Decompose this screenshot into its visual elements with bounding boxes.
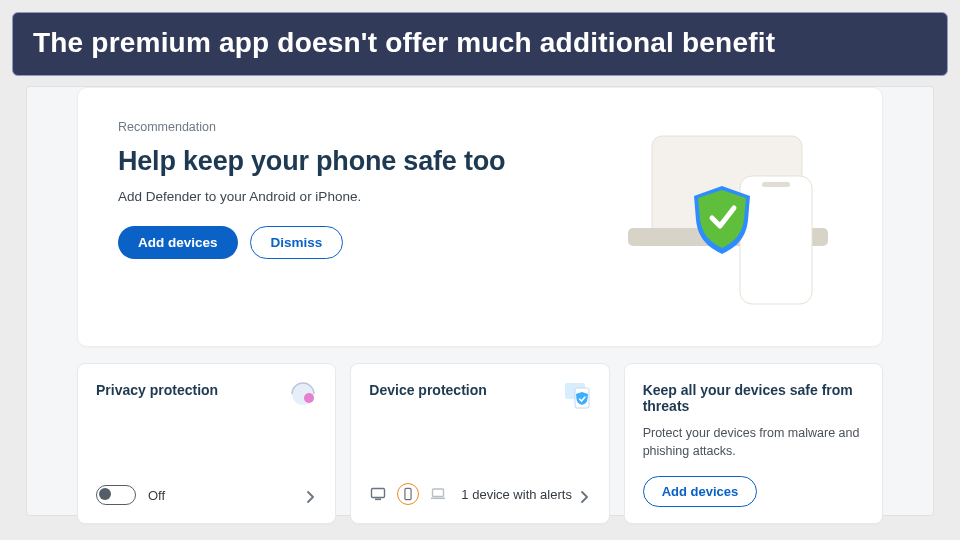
svg-rect-9 bbox=[375, 499, 381, 501]
device-shield-icon bbox=[561, 378, 593, 410]
recommendation-card: Recommendation Help keep your phone safe… bbox=[77, 87, 883, 347]
chevron-right-icon[interactable] bbox=[301, 487, 321, 507]
privacy-toggle[interactable] bbox=[96, 485, 136, 505]
device-tile-title: Device protection bbox=[369, 382, 590, 398]
svg-rect-2 bbox=[740, 176, 812, 304]
tiles-row: Privacy protection Off Device protectio bbox=[77, 363, 883, 524]
device-status-text: 1 device with alerts bbox=[461, 487, 572, 502]
privacy-toggle-label: Off bbox=[148, 488, 165, 503]
add-devices-button[interactable]: Add devices bbox=[118, 226, 238, 259]
device-protection-tile[interactable]: Device protection 1 de bbox=[350, 363, 609, 524]
add-devices-promo-tile: Keep all your devices safe from threats … bbox=[624, 363, 883, 524]
caption-overlay: The premium app doesn't offer much addit… bbox=[12, 12, 948, 76]
monitor-icon bbox=[369, 485, 387, 503]
promo-tile-title: Keep all your devices safe from threats bbox=[643, 382, 864, 414]
recommendation-illustration bbox=[622, 116, 842, 316]
promo-add-devices-button[interactable]: Add devices bbox=[643, 476, 758, 507]
svg-rect-3 bbox=[762, 182, 790, 187]
privacy-toggle-row: Off bbox=[96, 485, 165, 505]
toggle-knob bbox=[99, 488, 111, 500]
svg-point-5 bbox=[304, 393, 314, 403]
caption-text: The premium app doesn't offer much addit… bbox=[33, 27, 775, 58]
globe-privacy-icon bbox=[287, 378, 319, 410]
laptop-icon bbox=[429, 485, 447, 503]
phone-alert-icon bbox=[397, 483, 419, 505]
chevron-right-icon[interactable] bbox=[575, 487, 595, 507]
svg-rect-11 bbox=[433, 489, 444, 497]
svg-rect-10 bbox=[405, 489, 411, 500]
privacy-protection-tile[interactable]: Privacy protection Off bbox=[77, 363, 336, 524]
dismiss-button[interactable]: Dismiss bbox=[250, 226, 344, 259]
app-window: Recommendation Help keep your phone safe… bbox=[26, 86, 934, 516]
promo-tile-subtitle: Protect your devices from malware and ph… bbox=[643, 424, 864, 460]
privacy-tile-title: Privacy protection bbox=[96, 382, 317, 398]
svg-rect-8 bbox=[372, 489, 385, 498]
device-status-row: 1 device with alerts bbox=[369, 483, 572, 505]
svg-rect-12 bbox=[431, 498, 445, 500]
